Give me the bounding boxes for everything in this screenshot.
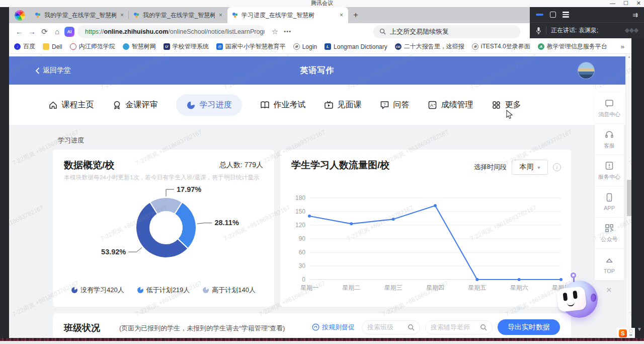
sidebar-close-icon[interactable]: ✕ (606, 286, 612, 295)
x-tick-label: 星期六 (510, 284, 528, 291)
data-point[interactable] (308, 215, 311, 218)
class-status-card: 班级状况 (页面为已报到的学生，未报到的学生请去“学籍管理”查看) 按规则督促 (53, 313, 571, 338)
url-sep: :// (99, 28, 104, 35)
bookmark-report[interactable]: CD二十大报告里，这些报 (395, 42, 464, 51)
grid-more-icon (492, 100, 501, 110)
minimize-icon[interactable]: — (610, 0, 615, 6)
browser-tab-3-active[interactable]: 学习进度_在线学堂_智慧树 × (227, 7, 348, 23)
data-point[interactable] (350, 222, 353, 225)
bookmark-school-mgmt[interactable]: U学校管理系统 (164, 42, 209, 51)
zhihuishu-page: 返回学堂 英语写作 课程主页 金课评审 学习进度 (9, 54, 631, 338)
nav-qa[interactable]: ? 问答 (380, 100, 410, 110)
sidebar-message-center[interactable]: 消息中心 (595, 93, 624, 124)
forward-icon[interactable]: → (26, 25, 38, 38)
data-point[interactable] (518, 278, 521, 281)
bookmark-star-icon[interactable]: ☆ (269, 25, 281, 38)
maximize-icon[interactable]: ☐ (623, 0, 628, 6)
search-class-input[interactable] (367, 323, 405, 331)
x-tick-label: 星期二 (342, 284, 360, 291)
input-method-indicator[interactable]: S 〇ㅂ (617, 328, 635, 339)
globe-icon: ⊕ (472, 43, 478, 50)
search-icon (379, 28, 386, 35)
tab-close-icon[interactable]: × (119, 12, 125, 19)
nav-live-class[interactable]: 见面课 (324, 100, 362, 110)
nav-more[interactable]: 更多 (492, 100, 521, 110)
sidebar-customer-service[interactable]: 客服 (595, 124, 624, 155)
data-point[interactable] (475, 278, 478, 281)
donut-callout-line (128, 247, 142, 252)
page-scrollbar[interactable]: ▲ (626, 54, 631, 338)
avatar[interactable] (578, 62, 594, 79)
reload-icon[interactable]: ⟳ (38, 25, 51, 38)
o-badge-icon: ◎ (216, 43, 223, 50)
tab-title: 我的学堂_在线学堂_智慧树 (44, 11, 116, 20)
quick-search-box[interactable]: 上交所交易陆续恢复 (373, 25, 520, 38)
search-class-field[interactable] (362, 320, 420, 334)
x-tick-label: 星期一 (300, 284, 318, 291)
nav-course-home[interactable]: 课程主页 (48, 100, 94, 110)
globe-icon: ⊕ (293, 43, 300, 50)
bookmark-teach-mgmt[interactable]: A教学管理信息服务平台 (538, 42, 607, 51)
bookmark-njtc[interactable]: 内江师范学院 (70, 42, 115, 51)
bookmark-itest[interactable]: ⊕iTEST4.0登录界面 (472, 42, 530, 51)
ai-assistant-mascot[interactable] (557, 274, 601, 318)
search-teacher-input[interactable] (431, 323, 477, 331)
sidebar-app[interactable]: APP (595, 186, 624, 218)
meeting-window-icon[interactable] (550, 12, 556, 18)
message-icon (604, 98, 614, 108)
tree-icon (123, 43, 129, 50)
nav-learning-progress[interactable]: 学习进度 (176, 94, 242, 116)
y-tick-label: 30 (299, 262, 306, 269)
sidebar-service-center[interactable]: 服务中心 (595, 155, 624, 186)
home-icon[interactable]: ⌂ (51, 25, 63, 38)
meeting-title: 腾讯会议 (0, 0, 644, 7)
scrollbar-up-arrow[interactable]: ▲ (627, 55, 631, 58)
course-header: 返回学堂 英语写作 (9, 56, 625, 85)
ai-assistant-icon[interactable]: AI (64, 27, 74, 37)
scrollbar-thumb[interactable] (627, 180, 631, 216)
bookmark-zhihuishu[interactable]: 智慧树网 (123, 42, 156, 51)
tab-close-icon[interactable]: × (339, 12, 344, 19)
extensions-more-icon[interactable]: ⋯ (281, 25, 294, 38)
search-teacher-field[interactable] (425, 320, 493, 334)
bookmark-smartedu[interactable]: ◎国家中小学智慧教育平 (216, 42, 286, 51)
data-point[interactable] (392, 218, 395, 221)
bookmark-longman[interactable]: LLongman Dictionary (325, 43, 387, 50)
svg-text:A⁺: A⁺ (430, 103, 436, 108)
qr-code-icon (604, 223, 614, 233)
meeting-list-icon[interactable] (562, 12, 569, 17)
browser-tab-2[interactable]: 我的学堂_在线学堂_智慧树 × (129, 7, 227, 23)
time-range-select[interactable]: 本周 ▾ (512, 160, 548, 175)
browser-tab-1[interactable]: 我的学堂_在线学堂_智慧树 × (30, 7, 129, 23)
back-icon[interactable]: ← (13, 25, 26, 38)
bookmark-login[interactable]: ⊕Login (293, 43, 317, 50)
bookmark-baidu[interactable]: :百度 (14, 42, 35, 51)
legend-item[interactable]: 低于计划219人 (137, 286, 190, 295)
close-icon[interactable]: ✕ (636, 0, 641, 6)
pie-legend-icon (203, 287, 209, 293)
info-icon[interactable]: i (553, 163, 561, 171)
class-card-title: 班级状况 (64, 322, 100, 334)
supervise-link[interactable]: 按规则督促 (312, 323, 355, 332)
export-data-button[interactable]: 导出实时数据 (498, 319, 560, 335)
meeting-minimize-icon[interactable] (536, 14, 543, 16)
tray-caret-icon[interactable]: ▼ (637, 326, 642, 332)
address-bar[interactable]: https://online.zhihuishu.com/onlineSchoo… (77, 25, 265, 38)
new-tab-button[interactable]: + (348, 7, 363, 23)
microphone-icon[interactable] (536, 27, 541, 34)
data-point[interactable] (434, 204, 437, 207)
nav-homework-exam[interactable]: 作业考试 (260, 100, 306, 110)
legend-item[interactable]: 没有学习420人 (71, 286, 124, 295)
sidebar-official-account[interactable]: 公众号 (595, 218, 624, 249)
home-icon (48, 100, 58, 110)
browser-logo-icon[interactable] (9, 7, 30, 23)
seal-icon (70, 43, 76, 50)
bookmarks-overflow-chevron[interactable]: » (621, 43, 626, 50)
bookmark-dell[interactable]: Dell (43, 43, 62, 50)
legend-item[interactable]: 高于计划140人 (203, 286, 256, 295)
nav-grades[interactable]: A⁺ 成绩管理 (428, 100, 473, 110)
url-path: /onlineSchool/notice/listLearnProgress4?… (168, 28, 265, 35)
nav-course-review[interactable]: 金课评审 (112, 100, 158, 110)
meeting-expand-icon[interactable]: ⇉ (632, 11, 638, 19)
tab-close-icon[interactable]: × (218, 12, 223, 19)
